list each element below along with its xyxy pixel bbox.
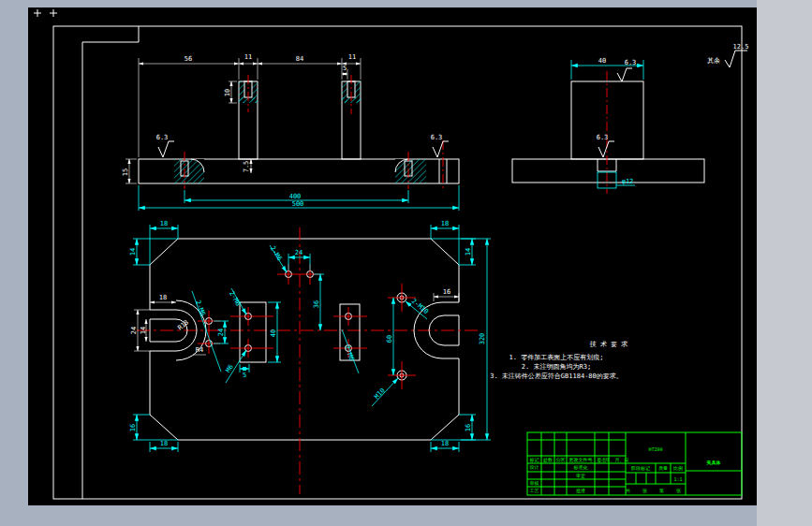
dim-320: 320	[479, 333, 486, 345]
label-r4: R4	[196, 346, 203, 354]
tb-scale-label: 比例	[673, 465, 683, 472]
dim-right-holes-spacing: 60	[386, 335, 393, 343]
side-hole-label: φ12	[622, 178, 634, 185]
cad-window: 6.3 6.3 56 11 84 11 5 10 7.5	[0, 0, 812, 526]
dim-tr-18: 18	[441, 220, 449, 227]
dim-br-16: 16	[465, 424, 472, 431]
dim-15: 15	[122, 168, 129, 176]
dim-slot-14: 14	[140, 327, 147, 334]
tb-header-fenqu: 分区	[556, 457, 566, 462]
general-roughness-value: 12.5	[733, 43, 749, 51]
dim-left-pad-height: 40	[270, 329, 277, 337]
dim-10: 10	[224, 89, 231, 96]
tb-row-shenhe: 审核	[530, 480, 539, 486]
dim-11-right: 11	[348, 53, 356, 61]
dim-84: 84	[296, 55, 303, 63]
tb-stage-label: 阶段标记	[631, 465, 650, 472]
dim-tl-14: 14	[129, 248, 137, 256]
dim-40: 40	[598, 57, 606, 65]
dim-11-left: 11	[244, 53, 252, 61]
tb-mid-biaozhunhua: 标准化	[573, 464, 588, 471]
dim-slot-16: 16	[443, 288, 450, 296]
dim-tl-18: 18	[160, 220, 168, 227]
tb-mid-pizhun: 批准	[576, 488, 585, 494]
tb-header-genggai: 更改文件号	[569, 457, 593, 462]
dim-500: 500	[292, 200, 304, 208]
dim-bl-16: 16	[129, 424, 137, 431]
dim-tr-14: 14	[465, 248, 472, 256]
side-panel	[757, 0, 812, 526]
tech-req-line-1: 1. 零件加工表面上不应有划痕;	[509, 353, 604, 361]
dim-7-5: 7.5	[243, 161, 250, 173]
tb-header-chushu: 处数	[543, 457, 553, 463]
dim-left-pad-offset: 5	[243, 372, 246, 379]
tb-row-gongyi: 工艺	[530, 488, 539, 493]
front-roughness-right: 6.3	[431, 134, 443, 141]
dim-top-holes-offset: 36	[313, 300, 320, 308]
tb-row-sheji: 设计	[529, 464, 539, 470]
dim-56: 56	[185, 55, 192, 63]
tech-req-line-3: 3. 未注铸件公差应符合GB1184-80的要求。	[490, 372, 623, 380]
tech-req-title: 技 术 要 求	[589, 341, 628, 348]
dim-br-18: 18	[441, 440, 449, 447]
tb-sheet-note: 共 张 第 张	[626, 488, 686, 494]
front-roughness-left: 6.3	[156, 134, 169, 141]
dim-slot-18: 18	[159, 294, 167, 301]
side-roughness-hole: 6.3	[597, 134, 609, 141]
side-roughness-top: 6.3	[625, 59, 637, 66]
tech-req-line-2: 2. 未注明圆角均为R3;	[522, 362, 591, 371]
qiyu-label: 其余	[707, 57, 720, 65]
tb-scale-value: 1:1	[673, 476, 682, 482]
dim-top-holes-spacing: 24	[295, 249, 303, 256]
tb-part-name: 夹具体	[706, 460, 721, 465]
dim-left-holes-spacing: 24	[217, 329, 225, 336]
dim-bl-18: 18	[160, 440, 168, 447]
tb-header-biaoji: 标记	[529, 457, 539, 463]
dim-slot-24: 24	[130, 327, 138, 334]
tb-mid-shending: 审定	[576, 473, 585, 479]
dim-5: 5	[343, 65, 347, 72]
tb-header-date: 年、月、日	[606, 457, 629, 463]
tb-weight-label: 质量	[658, 465, 668, 471]
cad-canvas[interactable]	[28, 7, 757, 505]
tb-material: HT200	[648, 446, 662, 452]
dim-400: 400	[289, 193, 302, 200]
